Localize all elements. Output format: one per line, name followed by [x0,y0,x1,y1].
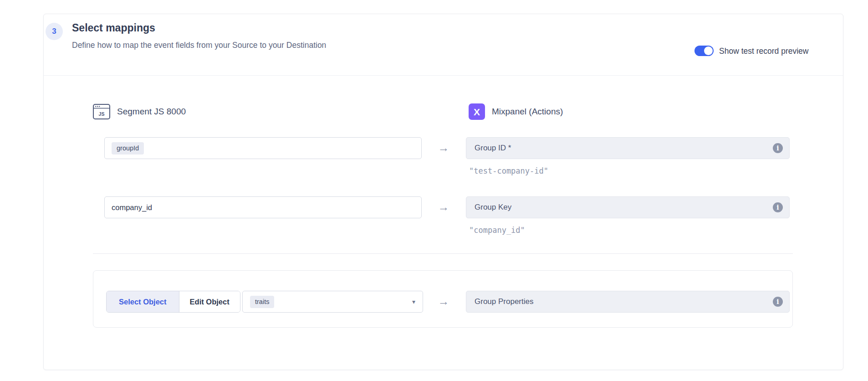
info-icon[interactable]: i [773,143,783,153]
edit-object-button[interactable]: Edit Object [179,291,240,312]
mapping-arrow-icon: → [434,291,454,313]
object-select-dropdown[interactable]: traits ▾ [242,291,423,313]
field-token-chip[interactable]: groupId [112,142,144,154]
card-header: 3 Select mappings Define how to map the … [44,14,843,76]
source-field-groupid[interactable]: groupId [104,137,422,159]
source-field-company-id[interactable] [104,196,422,218]
mapping-arrow-icon: → [434,196,454,218]
toggle-knob [704,46,713,55]
select-object-button[interactable]: Select Object [107,291,179,312]
section-divider [93,253,793,254]
destination-column-header: X Mixpanel (Actions) [469,103,563,121]
js-icon-text: JS [99,111,105,117]
object-mode-segmented-control: Select Object Edit Object [106,291,240,313]
mapping-arrow-icon: → [434,137,454,159]
page-subtitle: Define how to map the event fields from … [72,41,326,50]
step-number-badge: 3 [46,23,63,40]
browser-js-window-icon: JS [93,104,110,119]
destination-field-label: Group ID * [475,144,511,153]
info-icon[interactable]: i [773,202,783,212]
source-name: Segment JS 8000 [117,107,186,117]
source-field-text-input[interactable] [112,203,416,212]
destination-field-group-id: Group ID * i [466,137,790,159]
test-record-preview-value: "test-company-id" [469,166,548,175]
destination-field-group-key: Group Key i [466,196,790,218]
info-icon[interactable]: i [773,297,783,307]
mixpanel-x-icon: X [469,103,485,120]
mixpanel-icon-text: X [474,107,480,117]
chevron-down-icon: ▾ [412,298,415,305]
destination-field-label: Group Key [475,203,511,212]
test-record-preview-value: "company_id" [469,226,525,235]
destination-field-label: Group Properties [475,297,533,306]
selected-object-chip[interactable]: traits [250,296,274,308]
toggle-label: Show test record preview [719,46,808,56]
page-title: Select mappings [72,22,155,34]
show-test-record-toggle[interactable] [694,46,714,56]
destination-field-group-properties: Group Properties i [466,291,790,313]
source-column-header: JS Segment JS 8000 [93,103,186,121]
select-mappings-card: 3 Select mappings Define how to map the … [43,14,843,370]
destination-name: Mixpanel (Actions) [492,107,563,117]
